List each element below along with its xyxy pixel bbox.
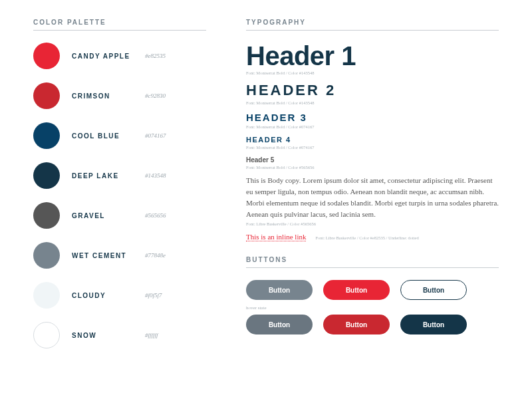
swatch-candy-apple: CANDY APPLE #e82535: [33, 43, 206, 69]
button-red-hover[interactable]: Button: [323, 315, 390, 334]
buttons-section: BUTTONS Button Button Button hover state…: [246, 256, 499, 334]
swatch-circle: [33, 82, 60, 109]
heading-5-sample: Header 5: [246, 156, 499, 164]
hover-state-label: hover state: [246, 305, 499, 311]
heading-1-meta: Font: Montserrat Bold / Color #143548: [246, 70, 499, 75]
swatch-circle: [33, 162, 60, 189]
section-title-palette: COLOR PALETTE: [33, 19, 206, 31]
button-gray[interactable]: Button: [246, 280, 313, 300]
heading-2-sample: HEADER 2: [246, 82, 499, 99]
section-title-buttons: BUTTONS: [246, 256, 499, 268]
swatch-hex: #143548: [145, 172, 166, 179]
swatch-circle: [33, 242, 60, 269]
swatch-circle: [33, 282, 60, 309]
right-column: TYPOGRAPHY Header 1 Font: Montserrat Bol…: [246, 19, 499, 380]
swatch-name: CLOUDY: [72, 292, 133, 299]
swatch-crimson: CRIMSON #c92830: [33, 82, 206, 109]
swatch-name: WET CEMENT: [72, 252, 133, 259]
section-title-typography: TYPOGRAPHY: [246, 19, 499, 31]
button-red[interactable]: Button: [323, 280, 390, 300]
swatch-name: CANDY APPLE: [72, 53, 133, 60]
heading-4-sample: HEADER 4: [246, 136, 499, 144]
swatch-hex: #c92830: [145, 92, 166, 99]
swatch-circle: [33, 122, 60, 149]
swatch-name: SNOW: [72, 332, 133, 339]
swatch-name: DEEP LAKE: [72, 172, 133, 180]
color-palette-section: COLOR PALETTE CANDY APPLE #e82535 CRIMSO…: [33, 19, 206, 380]
swatch-cloudy: CLOUDY #f0f5f7: [33, 282, 206, 309]
button-navy-hover[interactable]: Button: [400, 315, 467, 334]
heading-2-meta: Font: Montserrat Bold / Color #143548: [246, 100, 499, 105]
swatch-hex: #77848e: [145, 252, 166, 259]
swatch-hex: #f0f5f7: [145, 292, 162, 299]
swatch-name: GRAVEL: [72, 212, 133, 219]
heading-3-meta: Font: Montserrat Bold / Color #074167: [246, 124, 499, 129]
swatch-circle: [33, 322, 60, 348]
heading-3-sample: HEADER 3: [246, 112, 499, 123]
swatch-snow: SNOW #ffffff: [33, 322, 206, 348]
swatch-cool-blue: COOL BLUE #074167: [33, 122, 206, 149]
swatch-deep-lake: DEEP LAKE #143548: [33, 162, 206, 189]
inline-link-sample[interactable]: This is an inline link: [246, 233, 306, 241]
swatch-hex: #ffffff: [145, 332, 158, 338]
swatch-hex: #565656: [145, 212, 166, 219]
body-copy-sample: This is Body copy. Lorem ipsum dolor sit…: [246, 175, 499, 220]
heading-5-meta: Font: Montserrat Bold / Color #565656: [246, 165, 499, 170]
button-outline[interactable]: Button: [400, 280, 467, 300]
swatch-gravel: GRAVEL #565656: [33, 202, 206, 229]
swatch-circle: [33, 43, 60, 69]
heading-1-sample: Header 1: [246, 43, 499, 69]
swatch-hex: #e82535: [145, 53, 166, 59]
swatch-name: CRIMSON: [72, 92, 133, 100]
body-copy-meta: Font: Libre Baskerville / Color #565656: [246, 221, 499, 226]
swatch-name: COOL BLUE: [72, 132, 133, 140]
button-row-hover: Button Button Button: [246, 315, 499, 334]
inline-link-meta: Font: Libre Baskerville / Color #e82535 …: [315, 235, 418, 240]
button-row-default: Button Button Button: [246, 280, 499, 300]
swatch-wet-cement: WET CEMENT #77848e: [33, 242, 206, 269]
heading-4-meta: Font: Montserrat Bold / Color #074167: [246, 145, 499, 150]
button-gray-hover[interactable]: Button: [246, 315, 313, 334]
swatch-circle: [33, 202, 60, 229]
swatch-hex: #074167: [145, 132, 166, 139]
